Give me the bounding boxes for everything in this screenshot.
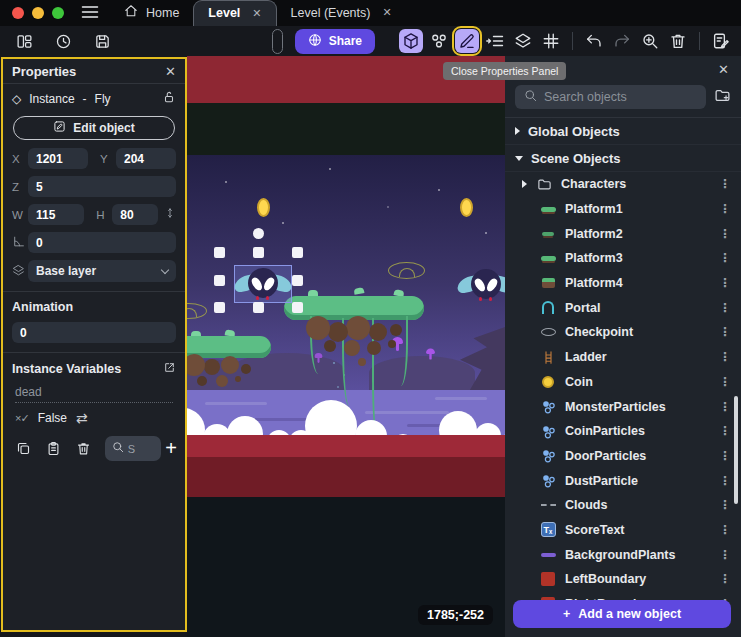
objects-search[interactable] — [515, 85, 706, 109]
close-tab-icon[interactable]: ✕ — [382, 6, 391, 19]
objects-scrollbar[interactable] — [734, 396, 738, 504]
add-new-object-button[interactable]: + Add a new object — [513, 600, 731, 628]
tab-home[interactable]: Home — [110, 0, 193, 26]
object-list-item-platform4[interactable]: Platform4⋮ — [505, 271, 741, 296]
kebab-menu-icon[interactable]: ⋮ — [719, 276, 741, 290]
platform-instance[interactable] — [187, 336, 271, 408]
variable-search-input[interactable] — [128, 443, 155, 455]
variable-name[interactable]: dead — [15, 385, 173, 403]
close-properties-icon[interactable]: ✕ — [165, 64, 176, 79]
layers-icon[interactable] — [511, 29, 535, 53]
resize-handle[interactable] — [253, 247, 264, 258]
scene-properties-icon[interactable] — [709, 29, 733, 53]
object-group-icon[interactable] — [427, 29, 451, 53]
kebab-menu-icon[interactable]: ⋮ — [719, 301, 741, 315]
object-list-item-platform3[interactable]: Platform3⋮ — [505, 246, 741, 271]
tab-level[interactable]: Level✕ — [193, 0, 276, 26]
zoom-in-icon[interactable] — [638, 29, 662, 53]
objects-section-global-objects[interactable]: Global Objects — [505, 118, 741, 145]
object-list-item-checkpoint[interactable]: Checkpoint⋮ — [505, 320, 741, 345]
object-list-item-clouds[interactable]: Clouds⋮ — [505, 493, 741, 518]
object-list-item-dustparticle[interactable]: DustParticle⋮ — [505, 468, 741, 493]
object-list-item-scoretext[interactable]: TₓScoreText⋮ — [505, 518, 741, 543]
hamburger-menu-icon[interactable] — [74, 2, 110, 26]
object-list-item-backgroundplants[interactable]: BackgroundPlants⋮ — [505, 542, 741, 567]
trash-icon[interactable] — [666, 29, 690, 53]
coin-instance[interactable] — [460, 198, 473, 217]
add-folder-icon[interactable] — [714, 87, 731, 107]
y-input[interactable] — [116, 148, 176, 169]
redo-icon[interactable] — [610, 29, 634, 53]
scene-bottom-boundary[interactable] — [187, 435, 505, 457]
zoom-window-button[interactable] — [52, 7, 64, 19]
object-list-item-platform2[interactable]: Platform2⋮ — [505, 221, 741, 246]
animation-input[interactable] — [12, 322, 176, 343]
object-list-item-platform1[interactable]: Platform1⋮ — [505, 197, 741, 222]
cube-3d-icon[interactable] — [399, 29, 423, 53]
preview-button[interactable]: Preview — [273, 33, 283, 50]
kebab-menu-icon[interactable]: ⋮ — [719, 375, 741, 389]
resize-handle[interactable] — [253, 302, 264, 313]
edit-object-button[interactable]: Edit object — [13, 116, 175, 140]
width-input[interactable] — [28, 204, 84, 225]
height-input[interactable] — [112, 204, 158, 225]
object-list-item-coin[interactable]: Coin⋮ — [505, 370, 741, 395]
close-tab-icon[interactable]: ✕ — [252, 7, 261, 20]
fly-instance-selected[interactable] — [236, 267, 290, 307]
kebab-menu-icon[interactable]: ⋮ — [719, 572, 741, 586]
resize-handle[interactable] — [214, 302, 225, 313]
minimize-window-button[interactable] — [32, 7, 44, 19]
external-link-icon[interactable] — [163, 361, 176, 377]
angle-input[interactable] — [28, 232, 176, 253]
object-list-item-portal[interactable]: Portal⋮ — [505, 295, 741, 320]
object-list-item-coinparticles[interactable]: CoinParticles⋮ — [505, 419, 741, 444]
layer-select[interactable]: Base layer — [28, 260, 176, 282]
grid-icon[interactable] — [539, 29, 563, 53]
objects-section-scene-objects[interactable]: Scene Objects — [505, 145, 741, 172]
variable-search[interactable] — [105, 436, 162, 461]
object-list-item-characters[interactable]: Characters⋮ — [505, 172, 741, 197]
kebab-menu-icon[interactable]: ⋮ — [719, 251, 741, 265]
z-input[interactable] — [28, 176, 176, 197]
x-input[interactable] — [28, 148, 88, 169]
rotation-handle[interactable] — [253, 228, 264, 239]
resize-handle[interactable] — [292, 275, 303, 286]
object-list-item-monsterparticles[interactable]: MonsterParticles⋮ — [505, 394, 741, 419]
instances-list-icon[interactable] — [483, 29, 507, 53]
kebab-menu-icon[interactable]: ⋮ — [719, 177, 741, 191]
kebab-menu-icon[interactable]: ⋮ — [719, 523, 741, 537]
fly-instance[interactable] — [459, 268, 505, 308]
kebab-menu-icon[interactable]: ⋮ — [719, 227, 741, 241]
resize-handle[interactable] — [292, 247, 303, 258]
object-list-item-leftboundary[interactable]: LeftBoundary⋮ — [505, 567, 741, 592]
kebab-menu-icon[interactable]: ⋮ — [719, 548, 741, 562]
close-objects-panel-icon[interactable]: ✕ — [718, 62, 729, 77]
close-window-button[interactable] — [12, 7, 24, 19]
resize-handle[interactable] — [214, 275, 225, 286]
history-icon[interactable] — [51, 29, 75, 53]
kebab-menu-icon[interactable]: ⋮ — [719, 325, 741, 339]
duplicate-variable-icon[interactable] — [11, 437, 37, 461]
object-list-item-doorparticles[interactable]: DoorParticles⋮ — [505, 444, 741, 469]
kebab-menu-icon[interactable]: ⋮ — [719, 202, 741, 216]
resize-handle[interactable] — [214, 247, 225, 258]
share-button[interactable]: Share — [295, 29, 375, 54]
save-icon[interactable] — [90, 29, 114, 53]
swap-value-icon[interactable]: ⇄ — [76, 410, 88, 426]
coin-instance[interactable] — [257, 198, 270, 217]
object-list-item-ladder[interactable]: Ladder⋮ — [505, 345, 741, 370]
objects-search-input[interactable] — [544, 90, 697, 104]
add-variable-button[interactable]: + — [165, 437, 177, 460]
lock-open-icon[interactable] — [162, 90, 176, 107]
aspect-ratio-link-icon[interactable] — [164, 207, 176, 222]
undo-icon[interactable] — [582, 29, 606, 53]
resize-handle[interactable] — [292, 302, 303, 313]
panels-icon[interactable] — [12, 29, 36, 53]
scene-canvas[interactable]: 1785;-252 — [187, 56, 505, 637]
variable-value[interactable]: False — [38, 411, 67, 425]
checkpoint-instance[interactable] — [388, 262, 425, 279]
edit-instance-icon[interactable] — [455, 29, 479, 53]
delete-variable-icon[interactable] — [71, 437, 97, 461]
tab-level-events-[interactable]: Level (Events)✕ — [277, 0, 406, 26]
paste-variable-icon[interactable] — [41, 437, 67, 461]
